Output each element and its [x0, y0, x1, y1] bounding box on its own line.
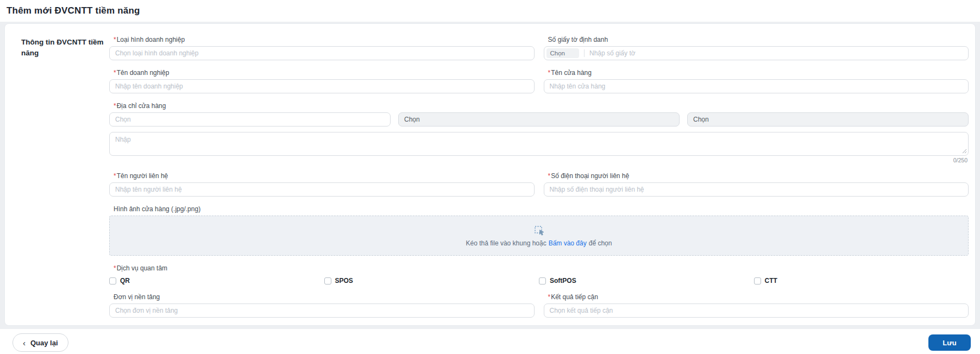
- identity-doc-type-select[interactable]: Chọn: [546, 48, 580, 58]
- field-platform-unit: Đơn vị nền tảng Chọn đơn vị nền tảng: [109, 293, 535, 318]
- field-label: * Số điện thoại người liên hệ: [544, 172, 969, 180]
- image-dropzone[interactable]: Kéo thả file vào khung hoặc Bấm vào đây …: [109, 216, 969, 256]
- required-mark: *: [548, 172, 551, 180]
- service-option-label: SPOS: [335, 277, 353, 285]
- contact-name-input[interactable]: [115, 183, 529, 196]
- required-mark: *: [548, 69, 551, 77]
- footer-bar: ‹ Quay lại Lưu: [0, 329, 980, 354]
- save-button[interactable]: Lưu: [928, 334, 971, 351]
- section-title: Thông tin ĐVCNTT tiềm năng: [21, 37, 109, 58]
- dropzone-text-before: Kéo thả file vào khung hoặc: [466, 239, 546, 247]
- store-name-label: Tên cửa hàng: [551, 69, 592, 77]
- contact-phone-label: Số điện thoại người liên hệ: [551, 172, 629, 180]
- field-store-address: * Địa chỉ cửa hàng Chọn Chọn Chọn: [109, 102, 969, 163]
- field-store-image: Hình ảnh cửa hàng (.jpg/.png) Kéo thả fi…: [109, 205, 969, 256]
- required-mark: *: [548, 293, 551, 301]
- address-detail-wrap: [109, 132, 969, 156]
- services-label: Dịch vụ quan tâm: [117, 264, 167, 272]
- contact-name-label: Tên người liên hệ: [117, 172, 168, 180]
- business-type-label: Loại hình doanh nghiệp: [117, 36, 185, 43]
- business-name-input-wrap: [109, 79, 535, 93]
- business-name-label: Tên doanh nghiệp: [117, 69, 169, 77]
- dropzone-browse-link[interactable]: Bấm vào đây: [549, 239, 587, 247]
- identity-doc-type-placeholder: Chọn: [550, 50, 566, 56]
- section-column: Thông tin ĐVCNTT tiềm năng: [21, 36, 109, 318]
- address-district-select[interactable]: Chọn: [398, 112, 680, 127]
- required-mark: *: [114, 69, 116, 77]
- service-option-qr[interactable]: QR: [109, 277, 324, 285]
- page-header: Thêm mới ĐVCNTT tiềm năng: [0, 0, 980, 22]
- required-mark: *: [114, 102, 116, 110]
- required-mark: *: [114, 264, 116, 272]
- address-district-placeholder: Chọn: [404, 116, 420, 123]
- checkbox-icon[interactable]: [754, 277, 761, 285]
- required-mark: *: [114, 36, 116, 43]
- chevron-left-icon: ‹: [23, 339, 26, 347]
- platform-unit-select[interactable]: Chọn đơn vị nền tảng: [109, 304, 535, 318]
- contact-phone-input-wrap: [544, 182, 969, 197]
- approach-result-placeholder: Chọn kết quả tiếp cận: [550, 307, 613, 314]
- checkbox-icon[interactable]: [324, 277, 331, 285]
- field-store-name: * Tên cửa hàng: [544, 69, 969, 93]
- service-option-softpos[interactable]: SoftPOS: [539, 277, 754, 285]
- dropzone-text-after: để chọn: [589, 239, 612, 247]
- divider: [584, 49, 585, 57]
- field-label: Đơn vị nền tảng: [109, 293, 535, 301]
- back-button-label: Quay lại: [30, 339, 58, 347]
- field-approach-result: * Kết quả tiếp cận Chọn kết quả tiếp cận: [544, 293, 969, 318]
- service-option-label: SoftPOS: [550, 277, 576, 285]
- address-ward-placeholder: Chọn: [693, 116, 709, 123]
- platform-unit-label: Đơn vị nền tảng: [114, 293, 160, 301]
- field-identity-doc: Số giấy tờ định danh Chọn: [544, 36, 969, 60]
- service-option-spos[interactable]: SPOS: [324, 277, 539, 285]
- field-contact-name: * Tên người liên hệ: [109, 172, 535, 197]
- address-province-placeholder: Chọn: [115, 116, 131, 123]
- checkbox-icon[interactable]: [109, 277, 116, 285]
- identity-doc-number-input[interactable]: [589, 47, 963, 60]
- dropzone-text: Kéo thả file vào khung hoặc Bấm vào đây …: [466, 239, 612, 247]
- field-label: * Dịch vụ quan tâm: [109, 264, 969, 272]
- field-label: * Tên cửa hàng: [544, 69, 969, 77]
- identity-doc-input-group: Chọn: [544, 46, 969, 60]
- store-address-label: Địa chỉ cửa hàng: [117, 102, 166, 110]
- contact-name-input-wrap: [109, 182, 535, 197]
- address-province-select[interactable]: Chọn: [109, 112, 391, 127]
- store-name-input[interactable]: [550, 80, 963, 93]
- business-type-select[interactable]: Chọn loại hình doanh nghiệp: [109, 46, 535, 60]
- drag-select-icon: [533, 224, 545, 237]
- service-option-ctt[interactable]: CTT: [754, 277, 969, 285]
- checkbox-icon[interactable]: [539, 277, 546, 285]
- back-button[interactable]: ‹ Quay lại: [12, 333, 68, 352]
- service-option-label: QR: [120, 277, 130, 285]
- field-label: * Kết quả tiếp cận: [544, 293, 969, 301]
- char-counter: 0/250: [109, 157, 969, 163]
- field-label: Số giấy tờ định danh: [544, 36, 969, 43]
- field-label: * Tên người liên hệ: [109, 172, 535, 180]
- field-business-type: * Loại hình doanh nghiệp Chọn loại hình …: [109, 36, 535, 60]
- service-option-label: CTT: [765, 277, 777, 285]
- field-contact-phone: * Số điện thoại người liên hệ: [544, 172, 969, 197]
- platform-unit-placeholder: Chọn đơn vị nền tảng: [115, 307, 178, 314]
- field-label: * Địa chỉ cửa hàng: [109, 102, 969, 110]
- address-ward-select[interactable]: Chọn: [687, 112, 969, 127]
- address-detail-textarea[interactable]: [109, 132, 969, 156]
- field-label: * Loại hình doanh nghiệp: [109, 36, 535, 43]
- field-label: Hình ảnh cửa hàng (.jpg/.png): [109, 205, 969, 213]
- field-label: * Tên doanh nghiệp: [109, 69, 535, 77]
- approach-result-label: Kết quả tiếp cận: [551, 293, 598, 301]
- contact-phone-input[interactable]: [550, 183, 963, 196]
- business-type-placeholder: Chọn loại hình doanh nghiệp: [115, 49, 198, 57]
- store-image-label: Hình ảnh cửa hàng (.jpg/.png): [114, 205, 200, 213]
- form-card: Thông tin ĐVCNTT tiềm năng * Loại hình d…: [4, 23, 976, 326]
- form-column: * Loại hình doanh nghiệp Chọn loại hình …: [109, 36, 969, 318]
- page-title: Thêm mới ĐVCNTT tiềm năng: [7, 5, 140, 16]
- field-services: * Dịch vụ quan tâm QR SPOS SoftPOS: [109, 264, 969, 285]
- approach-result-select[interactable]: Chọn kết quả tiếp cận: [544, 304, 969, 318]
- business-name-input[interactable]: [115, 80, 529, 93]
- field-business-name: * Tên doanh nghiệp: [109, 69, 535, 93]
- required-mark: *: [114, 172, 116, 180]
- identity-doc-label: Số giấy tờ định danh: [548, 36, 608, 43]
- store-name-input-wrap: [544, 79, 969, 93]
